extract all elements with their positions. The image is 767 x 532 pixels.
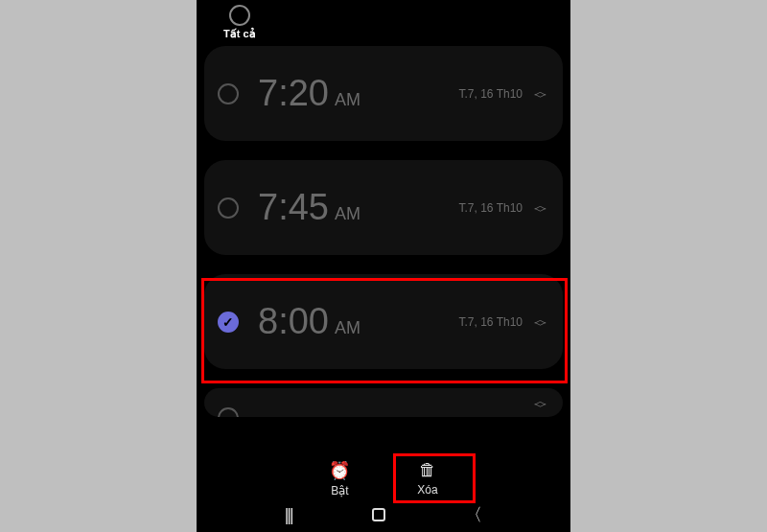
alarm-time-value: 7:45 <box>258 187 329 228</box>
alarm-checkbox[interactable] <box>218 83 239 104</box>
enable-label: Bật <box>331 484 348 497</box>
alarm-date: T.7, 16 Th10 <box>459 87 523 101</box>
select-all-toggle[interactable]: Tất cả <box>223 5 256 40</box>
alarm-ampm: AM <box>335 318 360 338</box>
expand-collapse-icon[interactable]: ︿﹀ <box>534 202 547 214</box>
nav-home-icon[interactable] <box>372 508 385 521</box>
alarm-date: T.7, 16 Th10 <box>459 315 523 329</box>
alarm-checkbox[interactable] <box>218 197 239 219</box>
enable-button[interactable]: ⏰ Bật <box>329 460 350 497</box>
select-all-circle-icon <box>229 5 250 26</box>
android-nav-bar: ||| 〈 <box>197 497 570 532</box>
alarm-time: 8:00 AM <box>258 301 360 342</box>
bottom-action-bar: ⏰ Bật 🗑 Xóa <box>197 460 570 497</box>
alarm-checkbox[interactable] <box>218 312 239 333</box>
alarm-ampm: AM <box>335 204 360 224</box>
phone-screen: Tất cả 7:20 AM T.7, 16 Th10 ︿﹀ 7:45 AM T… <box>197 0 570 532</box>
delete-label: Xóa <box>417 483 437 497</box>
alarm-row[interactable]: 7:20 AM T.7, 16 Th10 ︿﹀ <box>204 46 563 141</box>
nav-back-icon[interactable]: 〈 <box>465 503 482 526</box>
delete-button[interactable]: 🗑 Xóa <box>417 460 437 497</box>
expand-collapse-icon[interactable]: ︿﹀ <box>534 88 547 100</box>
expand-collapse-icon[interactable]: ︿﹀ <box>534 316 547 328</box>
trash-icon: 🗑 <box>419 460 436 480</box>
expand-collapse-icon[interactable]: ︿﹀ <box>534 398 547 409</box>
select-all-label: Tất cả <box>223 28 256 40</box>
alarm-time: 7:20 AM <box>258 73 360 114</box>
alarm-time: 7:45 AM <box>258 187 360 228</box>
alarm-checkbox[interactable] <box>218 407 239 417</box>
alarm-ampm: AM <box>335 90 360 110</box>
alarm-time-value: 7:20 <box>258 73 329 114</box>
alarm-date: T.7, 16 Th10 <box>459 201 523 215</box>
alarm-list: 7:20 AM T.7, 16 Th10 ︿﹀ 7:45 AM T.7, 16 … <box>197 46 570 417</box>
alarm-row[interactable]: 7:45 AM T.7, 16 Th10 ︿﹀ <box>204 160 563 255</box>
alarm-row[interactable]: 8:00 AM T.7, 16 Th10 ︿﹀ <box>204 274 563 369</box>
alarm-time-value: 8:00 <box>258 301 329 342</box>
alarm-row[interactable]: ︿﹀ <box>204 388 563 417</box>
alarm-clock-icon: ⏰ <box>329 460 350 481</box>
nav-recent-icon[interactable]: ||| <box>285 505 292 525</box>
